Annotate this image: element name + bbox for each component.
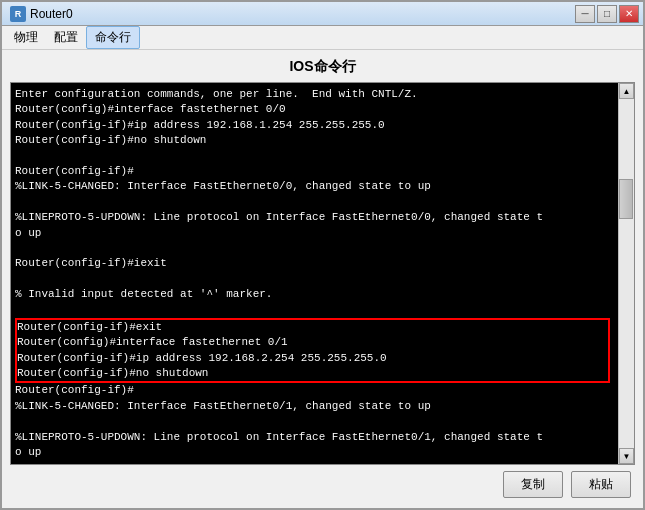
minimize-button[interactable]: ─ <box>575 5 595 23</box>
close-button[interactable]: ✕ <box>619 5 639 23</box>
paste-button[interactable]: 粘贴 <box>571 471 631 498</box>
page-title: IOS命令行 <box>10 58 635 76</box>
menu-item-cli[interactable]: 命令行 <box>86 26 140 49</box>
title-bar: R Router0 ─ □ ✕ <box>2 2 643 26</box>
menu-item-physics[interactable]: 物理 <box>6 27 46 48</box>
title-buttons: ─ □ ✕ <box>575 5 639 23</box>
scrollbar[interactable]: ▲ ▼ <box>618 83 634 464</box>
menu-item-config[interactable]: 配置 <box>46 27 86 48</box>
menu-bar: 物理 配置 命令行 <box>2 26 643 50</box>
maximize-button[interactable]: □ <box>597 5 617 23</box>
copy-button[interactable]: 复制 <box>503 471 563 498</box>
scroll-track <box>619 99 634 448</box>
main-window: R Router0 ─ □ ✕ 物理 配置 命令行 IOS命令行 Enter c… <box>0 0 645 510</box>
content-area: IOS命令行 Enter configuration commands, one… <box>2 50 643 508</box>
title-bar-left: R Router0 <box>10 6 73 22</box>
scroll-up-button[interactable]: ▲ <box>619 83 634 99</box>
window-icon: R <box>10 6 26 22</box>
terminal-content[interactable]: Enter configuration commands, one per li… <box>11 83 618 464</box>
terminal-wrapper: Enter configuration commands, one per li… <box>10 82 635 465</box>
button-bar: 复制 粘贴 <box>10 465 635 500</box>
window-title: Router0 <box>30 7 73 21</box>
scroll-thumb[interactable] <box>619 179 633 219</box>
scroll-down-button[interactable]: ▼ <box>619 448 634 464</box>
